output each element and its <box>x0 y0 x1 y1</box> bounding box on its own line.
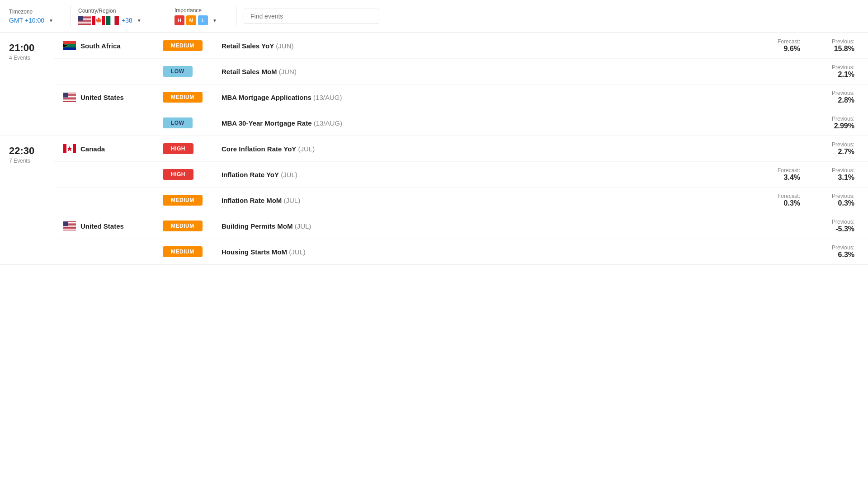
previous-label: Previous: <box>800 64 854 70</box>
svg-rect-5 <box>78 22 91 23</box>
previous-value: 2.8% <box>800 96 854 104</box>
forecast-label: Forecast: <box>741 193 800 199</box>
previous-column: Previous: 2.7% <box>800 141 859 156</box>
event-name-column[interactable]: Inflation Rate MoM (JUL) <box>222 197 741 204</box>
importance-column: MEDIUM <box>163 92 222 103</box>
importance-column: MEDIUM <box>163 40 222 51</box>
event-name-column[interactable]: Retail Sales MoM (JUN) <box>222 68 741 75</box>
time-group: 21:00 4 Events South Africa MEDIUM Retai… <box>0 33 868 136</box>
importance-pill: LOW <box>163 117 193 128</box>
forecast-value: 9.6% <box>741 45 800 53</box>
country-name: Canada <box>80 145 105 153</box>
importance-column: LOW <box>163 66 222 77</box>
event-name: Inflation Rate YoY <box>222 171 279 178</box>
previous-column: Previous: 3.1% <box>800 167 859 182</box>
svg-rect-30 <box>63 100 76 101</box>
previous-column: Previous: 6.3% <box>800 244 859 259</box>
event-name: Building Permits MoM <box>222 222 293 230</box>
importance-pill: MEDIUM <box>163 246 203 257</box>
event-name-column[interactable]: Inflation Rate YoY (JUL) <box>222 171 741 178</box>
forecast-label: Forecast: <box>741 38 800 45</box>
forecast-label: Forecast: <box>741 167 800 174</box>
event-period: (JUL) <box>281 171 297 178</box>
previous-column: Previous: 15.8% <box>800 38 859 53</box>
importance-filter[interactable]: Importance H M L ▼ <box>175 7 229 25</box>
importance-medium-badge: M <box>186 15 196 25</box>
importance-label: Importance <box>175 7 229 14</box>
country-column <box>63 118 163 127</box>
event-name: Inflation Rate MoM <box>222 197 282 204</box>
importance-pill: HIGH <box>163 169 193 180</box>
event-period: (JUL) <box>284 197 301 204</box>
country-column <box>63 247 163 256</box>
country-name: United States <box>80 94 124 101</box>
event-name-column[interactable]: MBA Mortgage Applications (13/AUG) <box>222 94 741 101</box>
country-column: United States <box>63 221 163 230</box>
forecast-value: 3.4% <box>741 174 800 182</box>
divider-2 <box>167 5 167 27</box>
events-list: South Africa MEDIUM Retail Sales YoY (JU… <box>54 33 868 136</box>
us-flag-icon <box>63 221 76 230</box>
event-name-column[interactable]: Housing Starts MoM (JUL) <box>222 248 741 256</box>
svg-rect-34 <box>73 144 76 153</box>
svg-rect-29 <box>63 99 76 100</box>
previous-column: Previous: 2.1% <box>800 64 859 79</box>
event-period: (JUN) <box>276 42 293 50</box>
za-flag-icon <box>63 41 76 50</box>
importance-pill: MEDIUM <box>163 92 203 103</box>
svg-rect-40 <box>63 228 76 229</box>
country-column <box>63 196 163 205</box>
country-chevron-icon: ▼ <box>137 18 142 23</box>
event-name: Core Inflation Rate YoY <box>222 145 296 153</box>
event-period: (JUL) <box>298 145 315 153</box>
events-count: 7 Events <box>9 158 45 164</box>
previous-value: 6.3% <box>800 251 854 259</box>
previous-value: 15.8% <box>800 45 854 53</box>
event-name-column[interactable]: Retail Sales YoY (JUN) <box>222 42 741 50</box>
previous-value: 0.3% <box>800 199 854 207</box>
event-row: MEDIUM Housing Starts MoM (JUL) Previous… <box>54 239 868 264</box>
importance-column: HIGH <box>163 169 222 180</box>
ca-flag-icon: 🍁 <box>92 16 105 25</box>
previous-column: Previous: -5.3% <box>800 219 859 233</box>
importance-pill: HIGH <box>163 143 193 154</box>
event-row: MEDIUM Inflation Rate MoM (JUL) Forecast… <box>54 188 868 213</box>
country-flags: 🍁 <box>78 16 119 25</box>
svg-rect-33 <box>63 144 66 153</box>
timezone-label: Timezone <box>9 9 63 15</box>
importance-chevron-icon: ▼ <box>212 18 217 23</box>
svg-rect-19 <box>63 41 76 44</box>
country-filter[interactable]: Country/Region <box>78 8 160 25</box>
svg-rect-6 <box>78 23 91 24</box>
event-name-column[interactable]: MBA 30-Year Mortgage Rate (13/AUG) <box>222 119 741 127</box>
event-name: MBA 30-Year Mortgage Rate <box>222 119 312 127</box>
country-column <box>63 170 163 179</box>
time-column: 21:00 4 Events <box>0 33 54 136</box>
previous-label: Previous: <box>800 193 854 199</box>
time-column: 22:30 7 Events <box>0 136 54 264</box>
timezone-filter[interactable]: Timezone GMT +10:00 ▼ <box>9 9 63 24</box>
event-name: Retail Sales MoM <box>222 68 277 75</box>
importance-pill: MEDIUM <box>163 195 203 206</box>
svg-text:🍁: 🍁 <box>95 17 102 23</box>
importance-badges: H M L <box>175 15 208 25</box>
country-column: United States <box>63 93 163 102</box>
event-row: South Africa MEDIUM Retail Sales YoY (JU… <box>54 33 868 59</box>
country-name: South Africa <box>80 42 121 50</box>
event-row: Canada HIGH Core Inflation Rate YoY (JUL… <box>54 136 868 162</box>
forecast-column: Forecast: 3.4% <box>741 167 800 182</box>
importance-column: LOW <box>163 117 222 128</box>
svg-rect-41 <box>63 229 76 230</box>
country-column: South Africa <box>63 41 163 50</box>
svg-rect-31 <box>63 93 68 98</box>
time-value: 21:00 <box>9 42 45 54</box>
search-input[interactable] <box>244 9 379 24</box>
divider-3 <box>236 5 236 27</box>
event-name-column[interactable]: Core Inflation Rate YoY (JUL) <box>222 145 741 153</box>
event-period: (13/AUG) <box>313 94 342 101</box>
forecast-value: 0.3% <box>741 199 800 207</box>
country-name: United States <box>80 222 124 230</box>
event-name-column[interactable]: Building Permits MoM (JUL) <box>222 222 741 230</box>
timezone-chevron-icon: ▼ <box>49 18 53 23</box>
previous-label: Previous: <box>800 244 854 251</box>
